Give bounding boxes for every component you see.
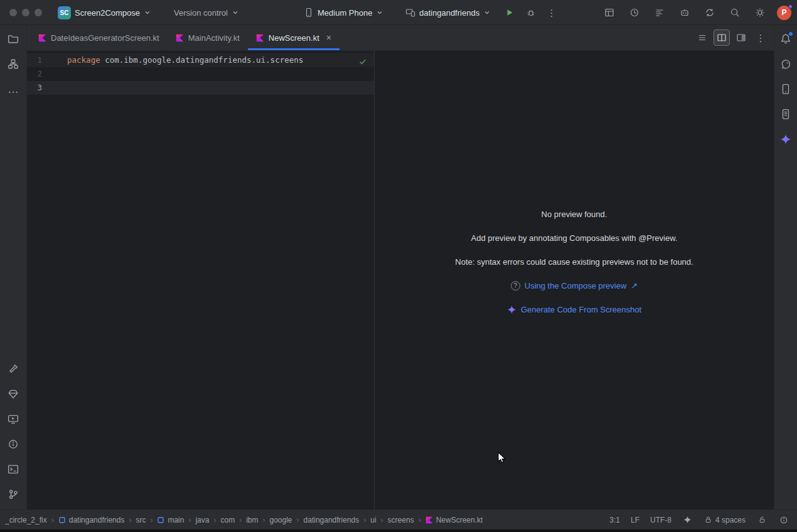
preview-message-hint: Add preview by annotating Composables wi…	[471, 233, 678, 243]
breadcrumb: _circle_2_fix › datingandfriends › src ›…	[5, 516, 483, 524]
code-view-button[interactable]	[694, 29, 710, 46]
project-widget[interactable]: SC Screen2Compose	[54, 4, 155, 21]
ai-status-button[interactable]	[682, 514, 693, 526]
breadcrumb-item[interactable]: datingandfriends	[304, 516, 360, 524]
terminal-tool-button[interactable]	[3, 459, 23, 479]
breadcrumb-separator: ›	[363, 516, 366, 524]
code-line-3: 3	[27, 81, 374, 95]
compose-preview-panel: No preview found. Add preview by annotat…	[374, 51, 774, 509]
debug-button[interactable]	[523, 4, 539, 21]
breadcrumb-item[interactable]: com	[220, 516, 235, 524]
indent-widget[interactable]: 4 spaces	[704, 516, 746, 524]
ai-assistant-button[interactable]	[677, 4, 693, 21]
editor-options-button[interactable]: ⋮	[752, 29, 769, 46]
more-actions-button[interactable]: ⋮	[543, 4, 560, 21]
device-selector-label: Medium Phone	[318, 8, 372, 18]
structure-tool-button[interactable]	[3, 54, 23, 74]
source-root-icon	[157, 516, 164, 524]
logcat-button[interactable]	[651, 4, 668, 21]
chevron-down-icon	[376, 9, 383, 16]
gradle-icon	[780, 58, 791, 70]
breadcrumb-item[interactable]: datingandfriends	[58, 516, 125, 524]
version-control-tool-button[interactable]	[3, 484, 23, 504]
search-everywhere-button[interactable]	[727, 4, 743, 21]
problems-icon	[8, 439, 19, 450]
running-devices-icon	[8, 413, 19, 425]
chevron-down-icon	[144, 9, 151, 16]
generate-code-link[interactable]: Generate Code From Screenshot	[521, 304, 641, 315]
device-selector[interactable]: Medium Phone	[300, 4, 387, 21]
sparkle-icon	[683, 516, 692, 524]
breadcrumb-item[interactable]: screens	[388, 516, 414, 524]
breadcrumb-item[interactable]: google	[269, 516, 292, 524]
status-info-button[interactable]	[778, 514, 789, 526]
left-rail-bottom-group	[3, 359, 23, 509]
gradle-sync-button[interactable]	[702, 4, 718, 21]
gemini-tool-button[interactable]	[776, 129, 796, 149]
breadcrumb-separator: ›	[419, 516, 421, 524]
code-editor[interactable]: 1 package com.ibm.google.datingandfriend…	[27, 51, 374, 509]
code-text	[50, 81, 67, 95]
git-branch-icon	[8, 489, 19, 500]
run-configuration-selector[interactable]: datingandfriends	[402, 4, 495, 21]
design-view-button[interactable]	[733, 29, 749, 46]
encoding-widget[interactable]: UTF-8	[650, 516, 671, 524]
read-only-toggle[interactable]	[756, 514, 768, 526]
tab-dateideasgeneratorscreen[interactable]: DateIdeasGeneratorScreen.kt	[30, 25, 168, 50]
tab-mainactivity[interactable]: MainActivity.kt	[168, 25, 248, 50]
editor-tab-bar: DateIdeasGeneratorScreen.kt MainActivity…	[27, 25, 774, 51]
gradle-tool-button[interactable]	[776, 54, 796, 74]
split-view-icon	[717, 33, 727, 43]
line-number: 1	[27, 53, 50, 67]
preview-message-title: No preview found.	[542, 209, 607, 220]
build-tool-button[interactable]	[3, 359, 23, 379]
device-explorer-button[interactable]	[776, 79, 796, 99]
compose-preview-docs-link[interactable]: Using the Compose preview	[525, 280, 627, 291]
caret-position-widget[interactable]: 3:1	[609, 516, 620, 524]
breadcrumb-item[interactable]: ui	[370, 516, 376, 524]
line-separator-widget[interactable]: LF	[631, 516, 639, 524]
user-avatar[interactable]: P	[777, 6, 791, 20]
device-file-explorer-button[interactable]	[776, 104, 796, 124]
project-tool-button[interactable]	[3, 29, 23, 49]
hammer-icon	[8, 363, 19, 375]
keyword: package	[67, 55, 100, 65]
more-tool-windows-button[interactable]: …	[3, 79, 23, 99]
kotlin-file-icon	[38, 34, 46, 42]
running-devices-button[interactable]	[3, 409, 23, 429]
breadcrumb-item[interactable]: src	[136, 516, 146, 524]
right-tool-window-rail	[774, 25, 797, 509]
app-quality-insights-button[interactable]	[3, 384, 23, 404]
close-window-button[interactable]	[9, 9, 17, 16]
status-bar-right: 3:1 LF UTF-8 4 spaces	[609, 514, 789, 526]
version-control-widget[interactable]: Version control	[170, 4, 243, 21]
problems-tool-button[interactable]	[3, 434, 23, 454]
info-icon	[779, 516, 788, 524]
tab-label: NewScreen.kt	[269, 33, 319, 43]
breadcrumb-label: ui	[370, 516, 376, 524]
profiler-button[interactable]	[626, 4, 643, 21]
breadcrumb-separator: ›	[51, 516, 54, 524]
run-button[interactable]	[501, 4, 518, 21]
close-tab-icon[interactable]: ×	[326, 33, 331, 43]
breadcrumb-item[interactable]: ibm	[246, 516, 258, 524]
split-view-button[interactable]	[714, 29, 730, 46]
inspections-widget[interactable]	[356, 55, 369, 68]
breadcrumb-item[interactable]: java	[195, 516, 209, 524]
project-name: Screen2Compose	[75, 8, 140, 18]
notifications-button[interactable]	[776, 29, 796, 49]
layout-inspector-button[interactable]	[601, 4, 618, 21]
android-studio-window: SC Screen2Compose Version control Medium…	[0, 0, 797, 532]
breadcrumb-separator: ›	[262, 516, 265, 524]
minimize-window-button[interactable]	[22, 9, 29, 16]
tab-newscreen[interactable]: NewScreen.kt ×	[248, 25, 340, 50]
structure-icon	[8, 58, 19, 70]
breadcrumb-item[interactable]: main	[157, 516, 184, 524]
settings-button[interactable]	[752, 4, 768, 21]
breadcrumb-label: screens	[388, 516, 414, 524]
layout-inspector-icon	[604, 8, 614, 18]
breadcrumb-item[interactable]: _circle_2_fix	[5, 516, 47, 524]
maximize-window-button[interactable]	[35, 9, 42, 16]
breadcrumb-item[interactable]: NewScreen.kt	[425, 516, 483, 524]
gradle-sync-icon	[705, 8, 715, 18]
